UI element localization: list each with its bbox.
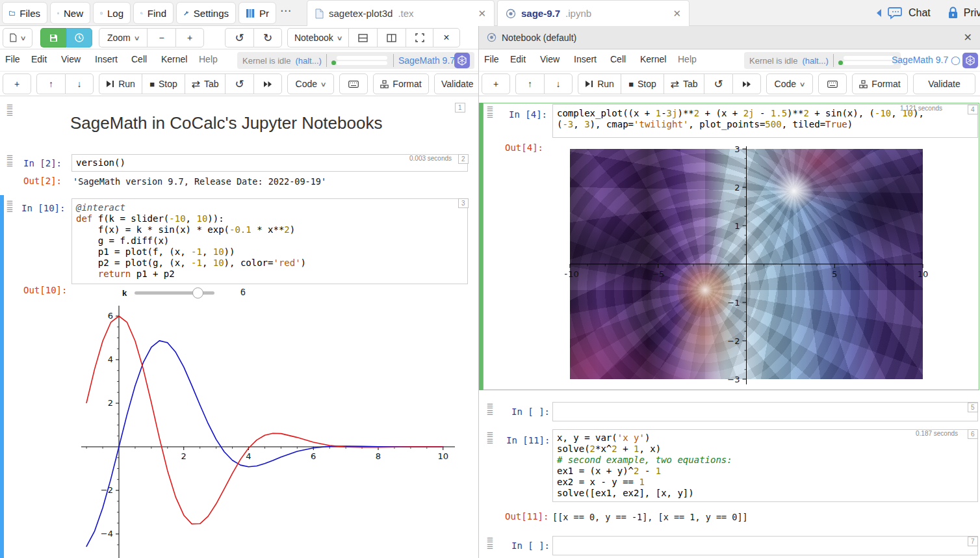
right-frame-titlebar[interactable]: Notebook (default) ✕ bbox=[479, 26, 980, 49]
menu-item-view[interactable]: View bbox=[61, 54, 81, 64]
slider-param-label: k bbox=[122, 288, 127, 298]
cell-drag-handle[interactable]: ≡≡ bbox=[6, 104, 13, 117]
cell-type-select[interactable]: Code∨ bbox=[766, 73, 813, 94]
stop-button[interactable]: ■Stop bbox=[621, 73, 664, 94]
menu-item-cell[interactable]: Cell bbox=[131, 54, 147, 64]
timetravel-button[interactable] bbox=[66, 28, 92, 47]
sage-file-icon bbox=[487, 33, 496, 42]
svg-text:6: 6 bbox=[108, 311, 113, 321]
split-horizontal-button[interactable] bbox=[348, 28, 377, 47]
validate-button[interactable]: Validate bbox=[913, 73, 975, 94]
cell-drag-handle[interactable]: ≡≡ bbox=[487, 106, 493, 119]
keyboard-shortcuts-button[interactable] bbox=[818, 73, 847, 94]
svg-text:2: 2 bbox=[734, 183, 740, 193]
menu-item-insert[interactable]: Insert bbox=[95, 54, 118, 64]
nav-tab-files[interactable]: Files bbox=[2, 2, 47, 24]
run-button[interactable]: Run bbox=[578, 73, 621, 94]
cell-drag-handle[interactable]: ≡≡ bbox=[6, 155, 13, 168]
cell-drag-handle[interactable]: ≡≡ bbox=[487, 537, 493, 550]
collapse-chevron-icon[interactable] bbox=[875, 8, 883, 18]
menu-item-kernel[interactable]: Kernel bbox=[161, 54, 187, 64]
format-button[interactable]: Format bbox=[852, 73, 908, 94]
tab-complete-button[interactable]: ⇄Tab bbox=[185, 73, 225, 94]
menu-item-kernel[interactable]: Kernel bbox=[640, 54, 666, 64]
run-all-button[interactable] bbox=[732, 73, 761, 94]
close-frame-button[interactable]: × bbox=[433, 28, 460, 47]
nav-tab-label: Files bbox=[19, 8, 40, 19]
keyboard-shortcuts-button[interactable] bbox=[339, 73, 368, 94]
menu-item-help[interactable]: Help bbox=[678, 54, 697, 64]
nav-tab-find[interactable]: Find bbox=[133, 2, 174, 24]
restart-kernel-button[interactable]: ↺ bbox=[704, 73, 732, 94]
sage-kernel-logo[interactable] bbox=[962, 53, 978, 68]
k-slider-handle[interactable] bbox=[192, 287, 203, 299]
redo-button[interactable]: ↻ bbox=[253, 28, 282, 47]
chat-icon[interactable] bbox=[888, 6, 903, 20]
run-all-button[interactable] bbox=[253, 73, 282, 94]
kernel-halt-link[interactable]: (halt...) bbox=[802, 56, 828, 66]
run-button[interactable]: Run bbox=[99, 73, 142, 94]
zoom-out-button[interactable]: − bbox=[147, 28, 175, 47]
menu-item-edit[interactable]: Edit bbox=[31, 54, 47, 64]
cell-drag-handle[interactable]: ≡≡ bbox=[6, 200, 13, 213]
move-cell-down-button[interactable]: ↓ bbox=[65, 73, 94, 94]
move-cell-up-button[interactable]: ↑ bbox=[36, 73, 65, 94]
menu-item-view[interactable]: View bbox=[540, 54, 560, 64]
more-tabs-button[interactable]: ⋯ bbox=[280, 4, 291, 18]
cell-type-select[interactable]: Code∨ bbox=[287, 73, 334, 94]
nav-tab-new[interactable]: New bbox=[50, 2, 90, 24]
save-button[interactable] bbox=[40, 28, 66, 47]
insert-cell-button[interactable]: + bbox=[3, 73, 31, 94]
move-cell-down-button[interactable]: ↓ bbox=[544, 73, 573, 94]
lock-icon bbox=[948, 7, 959, 20]
zoom-menu-button[interactable]: Zoom∨ bbox=[99, 28, 147, 47]
menu-item-file[interactable]: File bbox=[484, 54, 499, 64]
menu-item-file[interactable]: File bbox=[5, 54, 20, 64]
kernel-refresh-icon[interactable]: ◯ bbox=[951, 55, 961, 65]
nav-tab-label: Settings bbox=[194, 8, 229, 19]
format-button[interactable]: Format bbox=[373, 73, 429, 94]
code-input-empty[interactable] bbox=[552, 402, 978, 421]
file-menu-button[interactable]: ∨ bbox=[3, 28, 32, 47]
close-tab-icon[interactable]: ✕ bbox=[478, 8, 486, 20]
top-tab-bar: Files New Log Find Settings Pr ⋯ sagetex… bbox=[0, 0, 980, 26]
zoom-in-button[interactable]: + bbox=[175, 28, 204, 47]
sage-line-plot: 246810−4−2246 bbox=[0, 298, 478, 558]
notebook-view-button[interactable]: Notebook∨ bbox=[287, 28, 348, 47]
file-tab-sage-9-7[interactable]: sage-9.7.ipynb ✕ bbox=[497, 0, 690, 26]
split-vertical-button[interactable] bbox=[377, 28, 406, 47]
clock-icon bbox=[100, 8, 103, 18]
arrow-down-icon: ↓ bbox=[556, 79, 561, 89]
menu-item-edit[interactable]: Edit bbox=[510, 54, 526, 64]
private-label[interactable]: Private bbox=[964, 7, 980, 19]
menu-item-help[interactable]: Help bbox=[199, 54, 218, 64]
cell-drag-handle[interactable]: ≡≡ bbox=[487, 432, 493, 445]
close-tab-icon[interactable]: ✕ bbox=[673, 8, 681, 20]
restart-kernel-button[interactable]: ↺ bbox=[225, 73, 253, 94]
topbar-right-controls: Chat Private bbox=[875, 0, 980, 26]
close-icon[interactable]: ✕ bbox=[964, 31, 972, 44]
menu-item-cell[interactable]: Cell bbox=[610, 54, 626, 64]
chat-label[interactable]: Chat bbox=[909, 7, 931, 19]
undo-button[interactable]: ↺ bbox=[225, 28, 253, 47]
menu-item-insert[interactable]: Insert bbox=[574, 54, 597, 64]
tab-complete-button[interactable]: ⇄Tab bbox=[664, 73, 704, 94]
code-input-in10[interactable]: @interactdef f(k = slider(-10, 10)): f(x… bbox=[71, 198, 468, 284]
nav-tab-settings[interactable]: Settings bbox=[176, 2, 236, 24]
code-input-empty[interactable] bbox=[552, 536, 978, 555]
nav-tab-log[interactable]: Log bbox=[93, 2, 131, 24]
code-input-in2[interactable]: version() bbox=[71, 154, 468, 172]
out-prompt: Out[4]: bbox=[505, 142, 543, 153]
stop-button[interactable]: ■Stop bbox=[142, 73, 185, 94]
move-cell-up-button[interactable]: ↑ bbox=[515, 73, 544, 94]
file-tab-sagetex-plot3d[interactable]: sagetex-plot3d.tex ✕ bbox=[307, 0, 495, 26]
fullscreen-button[interactable] bbox=[406, 28, 433, 47]
kernel-name[interactable]: SageMath 9.7 bbox=[892, 55, 948, 65]
kernel-halt-link[interactable]: (halt...) bbox=[295, 56, 321, 66]
kernel-name[interactable]: SageMath 9.7 bbox=[398, 55, 455, 66]
nav-tab-project[interactable]: Pr bbox=[239, 2, 276, 24]
insert-cell-button[interactable]: + bbox=[482, 73, 510, 94]
cell-drag-handle[interactable]: ≡≡ bbox=[487, 403, 493, 416]
code-input-in11[interactable]: x, y = var('x y')solve(2*x^2 + 1, x)# se… bbox=[552, 429, 978, 502]
sage-kernel-logo[interactable] bbox=[454, 53, 470, 68]
